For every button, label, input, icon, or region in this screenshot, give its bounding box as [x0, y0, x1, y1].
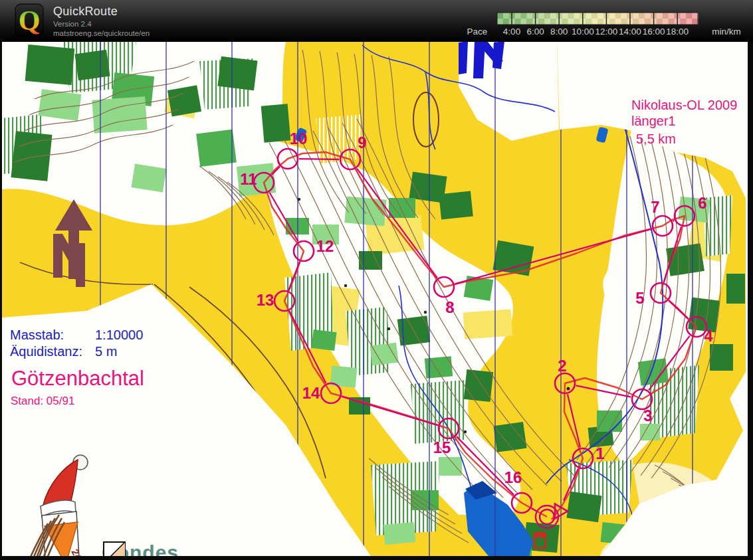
legend-tick-label: 4:00 — [503, 27, 520, 37]
scale-block: Masstab: 1:10000 Äquidistanz: 5 m — [10, 327, 143, 360]
map-name: Götzenbachtal — [11, 367, 144, 391]
legend-tick-label: 14:00 — [619, 27, 641, 37]
equidistance-value: 5 m — [95, 343, 117, 360]
condes-logo-icon — [103, 541, 126, 556]
event-title: Nikolaus-OL 2009 — [631, 97, 737, 113]
equidistance-label: Äquidistanz: — [10, 343, 95, 360]
control-number: 4 — [704, 327, 713, 345]
control-number: 12 — [316, 237, 334, 255]
control-number: 6 — [698, 194, 706, 212]
legend-unit-label: min/km — [712, 27, 741, 37]
control-number: 10 — [290, 130, 308, 147]
app-title: QuickRoute — [53, 5, 118, 19]
control-number: 13 — [257, 291, 274, 309]
legend-tick-label: 16:00 — [643, 27, 665, 37]
legend-tick-label: 12:00 — [595, 27, 618, 37]
event-title-block: Nikolaus-OL 2009 länger1 5,5 km — [631, 97, 737, 147]
scale-label: Masstab: — [10, 327, 95, 343]
pace-legend: 4:006:008:0010:0012:0014:0016:0018:00Pac… — [459, 0, 753, 41]
control-number: 15 — [433, 438, 451, 456]
event-course: länger1 — [631, 113, 737, 129]
control-number: 3 — [643, 407, 652, 424]
control-number: 11 — [240, 170, 257, 188]
title-bar: Q QuickRoute Version 2.4 matstroeng.se/q… — [0, 0, 753, 42]
map-viewport[interactable]: 12345678910111213141516 Nikolaus-OL 2009… — [2, 41, 748, 556]
quickroute-logo-icon: Q — [15, 3, 44, 38]
control-number: 2 — [558, 357, 566, 375]
control-number: 1 — [595, 444, 604, 462]
legend-tick-label: 18:00 — [666, 27, 689, 37]
quickroute-window: { "header": { "app_title": "QuickRoute",… — [0, 0, 753, 560]
control-number: 9 — [358, 134, 366, 151]
scale-value: 1:10000 — [95, 327, 143, 343]
legend-tick-label: 8:00 — [550, 27, 568, 37]
control-number: 5 — [635, 289, 644, 307]
santa-flag-drawing: 24 — [11, 452, 101, 556]
event-distance: 5,5 km — [631, 131, 737, 147]
legend-pace-label: Pace — [467, 27, 488, 37]
legend-tick-label: 10:00 — [572, 27, 594, 37]
legend-tick-label: 6:00 — [526, 27, 544, 37]
control-number: 14 — [302, 384, 320, 402]
control-number: 8 — [445, 298, 454, 316]
control-number: 16 — [504, 468, 522, 486]
app-url: matstroeng.se/quickroute/en — [53, 29, 150, 37]
svg-text:Q: Q — [19, 5, 41, 36]
control-number: 7 — [651, 198, 659, 216]
app-version: Version 2.4 — [53, 20, 92, 28]
map-stand: Stand: 05/91 — [11, 395, 74, 408]
